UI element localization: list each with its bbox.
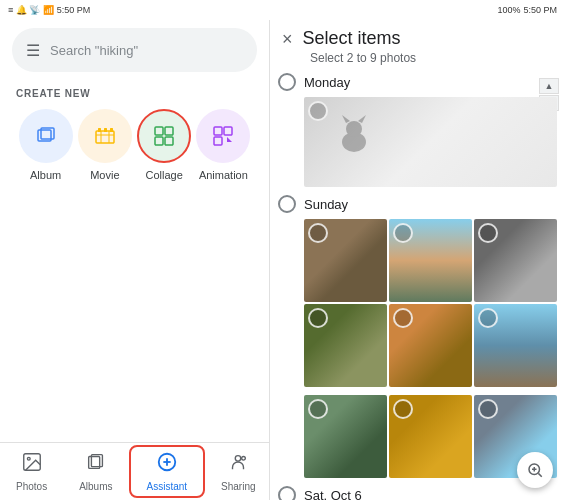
sat-label: Sat. Oct 6: [304, 488, 362, 501]
svg-rect-2: [96, 131, 114, 143]
photos-label: Photos: [16, 481, 47, 492]
sunday-photo-3[interactable]: [474, 219, 557, 302]
right-header-top: × Select items: [282, 28, 553, 49]
search-bar[interactable]: ☰ Search "hiking": [12, 28, 257, 72]
album-label: Album: [30, 169, 61, 181]
sunday-label-row: Sunday: [278, 195, 557, 213]
status-right: 100% 5:50 PM: [497, 5, 557, 15]
monday-radio[interactable]: [278, 73, 296, 91]
svg-rect-11: [155, 137, 163, 145]
monday-photo[interactable]: [304, 97, 557, 187]
animation-label: Animation: [199, 169, 248, 181]
day-section-monday: Monday: [278, 73, 557, 187]
photos-icon: [21, 451, 43, 478]
svg-rect-9: [155, 127, 163, 135]
monday-label-row: Monday: [278, 73, 557, 91]
s2p2-select[interactable]: [393, 399, 413, 419]
sunday2-photo-1[interactable]: [304, 395, 387, 478]
select-subtitle: Select 2 to 9 photos: [310, 51, 553, 65]
svg-point-24: [242, 457, 246, 461]
zoom-button[interactable]: [517, 452, 553, 488]
status-bar: ≡ 🔔 📡 📶 5:50 PM 100% 5:50 PM: [0, 0, 565, 20]
monday-label: Monday: [304, 75, 350, 90]
create-new-items: Album Movie: [16, 109, 253, 189]
sat-radio[interactable]: [278, 486, 296, 500]
s2p1-select[interactable]: [308, 399, 328, 419]
select-title: Select items: [303, 28, 401, 49]
sunday2-photo-2[interactable]: [389, 395, 472, 478]
sunday-photo-5[interactable]: [389, 304, 472, 387]
sp1-select[interactable]: [308, 223, 328, 243]
sp3-select[interactable]: [478, 223, 498, 243]
create-item-movie[interactable]: Movie: [78, 109, 132, 181]
sp2-select[interactable]: [393, 223, 413, 243]
status-time-right: 5:50 PM: [523, 5, 557, 15]
s2p3-select[interactable]: [478, 399, 498, 419]
main-content: ☰ Search "hiking" CREATE NEW Album: [0, 20, 565, 500]
search-input[interactable]: Search "hiking": [50, 43, 138, 58]
collage-icon: [137, 109, 191, 163]
nav-assistant[interactable]: Assistant: [129, 445, 206, 498]
status-left: ≡ 🔔 📡 📶 5:50 PM: [8, 5, 90, 15]
svg-point-17: [27, 457, 30, 460]
assistant-icon: [156, 451, 178, 478]
left-panel: ☰ Search "hiking" CREATE NEW Album: [0, 20, 270, 500]
day-section-sat: Sat. Oct 6: [278, 486, 557, 500]
svg-rect-13: [214, 127, 222, 135]
sunday-radio[interactable]: [278, 195, 296, 213]
album-icon: [19, 109, 73, 163]
close-button[interactable]: ×: [282, 30, 293, 48]
svg-rect-7: [104, 128, 107, 132]
sharing-label: Sharing: [221, 481, 255, 492]
day-section-sunday: Sunday: [278, 195, 557, 387]
nav-albums[interactable]: Albums: [63, 447, 128, 496]
right-panel: × Select items Select 2 to 9 photos ▲ ▼ …: [270, 20, 565, 500]
svg-rect-12: [165, 137, 173, 145]
create-item-collage[interactable]: Collage: [137, 109, 191, 181]
svg-line-30: [538, 473, 541, 476]
assistant-label: Assistant: [147, 481, 188, 492]
sat-label-row: Sat. Oct 6: [278, 486, 557, 500]
collage-label: Collage: [145, 169, 182, 181]
sunday-label: Sunday: [304, 197, 348, 212]
svg-point-23: [236, 456, 242, 462]
sharing-icon: [227, 451, 249, 478]
create-item-animation[interactable]: Animation: [196, 109, 250, 181]
notification-icons: ≡ 🔔 📡 📶: [8, 5, 54, 15]
sp4-select[interactable]: [308, 308, 328, 328]
svg-marker-28: [358, 115, 366, 123]
day-section-sunday2: [278, 395, 557, 478]
bottom-nav: Photos Albums: [0, 442, 269, 500]
svg-rect-14: [224, 127, 232, 135]
sunday-photo-2[interactable]: [389, 219, 472, 302]
movie-label: Movie: [90, 169, 119, 181]
svg-rect-10: [165, 127, 173, 135]
sunday-photo-grid: [304, 219, 557, 387]
albums-icon: [85, 451, 107, 478]
status-time-left: 5:50 PM: [57, 5, 91, 15]
sp5-select[interactable]: [393, 308, 413, 328]
svg-rect-8: [110, 128, 113, 132]
albums-label: Albums: [79, 481, 112, 492]
nav-photos[interactable]: Photos: [0, 447, 63, 496]
sunday-photo-6[interactable]: [474, 304, 557, 387]
photos-scroll[interactable]: Monday Sunday: [270, 69, 565, 500]
nav-sharing[interactable]: Sharing: [205, 447, 271, 496]
create-item-album[interactable]: Album: [19, 109, 73, 181]
svg-rect-15: [214, 137, 222, 145]
sunday-photo-1[interactable]: [304, 219, 387, 302]
battery-percent: 100%: [497, 5, 520, 15]
sunday-photo-4[interactable]: [304, 304, 387, 387]
hamburger-icon[interactable]: ☰: [26, 41, 40, 60]
svg-point-26: [346, 121, 362, 137]
svg-marker-27: [342, 115, 350, 123]
right-header: × Select items Select 2 to 9 photos: [270, 20, 565, 69]
svg-rect-6: [98, 128, 101, 132]
animation-icon: [196, 109, 250, 163]
movie-icon: [78, 109, 132, 163]
create-new-label: CREATE NEW: [16, 88, 253, 99]
sp6-select[interactable]: [478, 308, 498, 328]
create-new-section: CREATE NEW Album: [0, 80, 269, 193]
